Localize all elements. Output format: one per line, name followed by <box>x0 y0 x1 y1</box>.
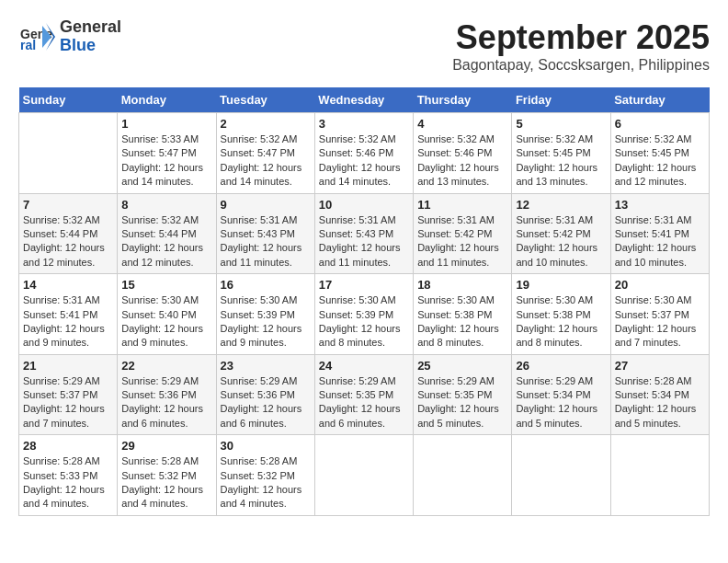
day-number: 16 <box>221 278 311 292</box>
calendar-header-row: SundayMondayTuesdayWednesdayThursdayFrid… <box>19 87 710 113</box>
day-number: 29 <box>121 439 211 453</box>
day-info: Sunrise: 5:29 AM Sunset: 5:35 PM Dayligh… <box>417 374 507 431</box>
day-info: Sunrise: 5:31 AM Sunset: 5:42 PM Dayligh… <box>417 213 507 270</box>
day-info: Sunrise: 5:29 AM Sunset: 5:34 PM Dayligh… <box>516 374 606 431</box>
calendar-cell: 14Sunrise: 5:31 AM Sunset: 5:41 PM Dayli… <box>19 274 118 355</box>
calendar-cell <box>414 435 512 516</box>
day-info: Sunrise: 5:32 AM Sunset: 5:44 PM Dayligh… <box>23 213 113 270</box>
calendar-week-2: 7Sunrise: 5:32 AM Sunset: 5:44 PM Daylig… <box>19 193 710 274</box>
calendar-cell: 7Sunrise: 5:32 AM Sunset: 5:44 PM Daylig… <box>19 193 118 274</box>
calendar-cell: 27Sunrise: 5:28 AM Sunset: 5:34 PM Dayli… <box>610 354 709 435</box>
day-number: 1 <box>121 117 211 131</box>
day-info: Sunrise: 5:31 AM Sunset: 5:42 PM Dayligh… <box>516 213 606 270</box>
day-info: Sunrise: 5:30 AM Sunset: 5:39 PM Dayligh… <box>221 293 311 350</box>
day-info: Sunrise: 5:29 AM Sunset: 5:37 PM Dayligh… <box>23 374 113 431</box>
day-number: 9 <box>221 198 311 212</box>
calendar-cell: 4Sunrise: 5:32 AM Sunset: 5:46 PM Daylig… <box>414 113 512 194</box>
calendar-week-4: 21Sunrise: 5:29 AM Sunset: 5:37 PM Dayli… <box>19 354 710 435</box>
calendar-week-5: 28Sunrise: 5:28 AM Sunset: 5:33 PM Dayli… <box>19 435 710 516</box>
page-title: September 2025 <box>452 18 710 57</box>
calendar-cell <box>19 113 118 194</box>
day-number: 14 <box>23 278 113 292</box>
day-number: 4 <box>417 117 507 131</box>
calendar-week-1: 1Sunrise: 5:33 AM Sunset: 5:47 PM Daylig… <box>19 113 710 194</box>
calendar-cell: 12Sunrise: 5:31 AM Sunset: 5:42 PM Dayli… <box>512 193 610 274</box>
day-number: 23 <box>221 359 311 373</box>
day-info: Sunrise: 5:33 AM Sunset: 5:47 PM Dayligh… <box>121 132 211 190</box>
day-number: 21 <box>23 359 113 373</box>
day-number: 11 <box>417 198 507 212</box>
calendar-table: SundayMondayTuesdayWednesdayThursdayFrid… <box>18 87 710 516</box>
calendar-cell: 25Sunrise: 5:29 AM Sunset: 5:35 PM Dayli… <box>414 354 512 435</box>
day-number: 12 <box>516 198 606 212</box>
day-info: Sunrise: 5:29 AM Sunset: 5:36 PM Dayligh… <box>221 374 311 431</box>
day-number: 24 <box>319 359 409 373</box>
calendar-cell <box>314 435 413 516</box>
column-header-saturday: Saturday <box>610 87 709 113</box>
day-number: 27 <box>615 359 705 373</box>
calendar-cell: 28Sunrise: 5:28 AM Sunset: 5:33 PM Dayli… <box>19 435 118 516</box>
day-number: 18 <box>417 278 507 292</box>
day-number: 10 <box>319 198 409 212</box>
day-info: Sunrise: 5:30 AM Sunset: 5:38 PM Dayligh… <box>417 293 507 350</box>
day-number: 15 <box>121 278 211 292</box>
column-header-tuesday: Tuesday <box>216 87 314 113</box>
calendar-cell: 1Sunrise: 5:33 AM Sunset: 5:47 PM Daylig… <box>118 113 216 194</box>
day-info: Sunrise: 5:32 AM Sunset: 5:45 PM Dayligh… <box>615 132 705 190</box>
day-number: 17 <box>319 278 409 292</box>
calendar-cell: 10Sunrise: 5:31 AM Sunset: 5:43 PM Dayli… <box>314 193 413 274</box>
calendar-cell <box>512 435 610 516</box>
day-info: Sunrise: 5:30 AM Sunset: 5:37 PM Dayligh… <box>615 293 705 350</box>
calendar-cell: 9Sunrise: 5:31 AM Sunset: 5:43 PM Daylig… <box>216 193 314 274</box>
calendar-cell: 30Sunrise: 5:28 AM Sunset: 5:32 PM Dayli… <box>216 435 314 516</box>
day-info: Sunrise: 5:32 AM Sunset: 5:46 PM Dayligh… <box>417 132 507 190</box>
page-subtitle: Bagontapay, Soccsksargen, Philippines <box>452 57 710 74</box>
day-number: 28 <box>23 439 113 453</box>
day-number: 19 <box>516 278 606 292</box>
calendar-cell <box>610 435 709 516</box>
day-info: Sunrise: 5:32 AM Sunset: 5:47 PM Dayligh… <box>221 132 311 190</box>
day-info: Sunrise: 5:29 AM Sunset: 5:36 PM Dayligh… <box>121 374 211 431</box>
day-number: 5 <box>516 117 606 131</box>
column-header-thursday: Thursday <box>414 87 512 113</box>
calendar-cell: 16Sunrise: 5:30 AM Sunset: 5:39 PM Dayli… <box>216 274 314 355</box>
day-number: 26 <box>516 359 606 373</box>
calendar-cell: 23Sunrise: 5:29 AM Sunset: 5:36 PM Dayli… <box>216 354 314 435</box>
day-info: Sunrise: 5:31 AM Sunset: 5:43 PM Dayligh… <box>221 213 311 270</box>
calendar-cell: 21Sunrise: 5:29 AM Sunset: 5:37 PM Dayli… <box>19 354 118 435</box>
day-info: Sunrise: 5:30 AM Sunset: 5:40 PM Dayligh… <box>121 293 211 350</box>
column-header-wednesday: Wednesday <box>314 87 413 113</box>
calendar-cell: 6Sunrise: 5:32 AM Sunset: 5:45 PM Daylig… <box>610 113 709 194</box>
calendar-week-3: 14Sunrise: 5:31 AM Sunset: 5:41 PM Dayli… <box>19 274 710 355</box>
day-info: Sunrise: 5:28 AM Sunset: 5:32 PM Dayligh… <box>221 454 311 511</box>
calendar-cell: 24Sunrise: 5:29 AM Sunset: 5:35 PM Dayli… <box>314 354 413 435</box>
day-info: Sunrise: 5:30 AM Sunset: 5:39 PM Dayligh… <box>319 293 409 350</box>
calendar-cell: 17Sunrise: 5:30 AM Sunset: 5:39 PM Dayli… <box>314 274 413 355</box>
day-info: Sunrise: 5:30 AM Sunset: 5:38 PM Dayligh… <box>516 293 606 350</box>
calendar-cell: 8Sunrise: 5:32 AM Sunset: 5:44 PM Daylig… <box>118 193 216 274</box>
calendar-cell: 5Sunrise: 5:32 AM Sunset: 5:45 PM Daylig… <box>512 113 610 194</box>
day-number: 6 <box>615 117 705 131</box>
day-number: 22 <box>121 359 211 373</box>
column-header-sunday: Sunday <box>19 87 118 113</box>
calendar-cell: 13Sunrise: 5:31 AM Sunset: 5:41 PM Dayli… <box>610 193 709 274</box>
column-header-monday: Monday <box>118 87 216 113</box>
day-info: Sunrise: 5:31 AM Sunset: 5:43 PM Dayligh… <box>319 213 409 270</box>
calendar-cell: 18Sunrise: 5:30 AM Sunset: 5:38 PM Dayli… <box>414 274 512 355</box>
day-number: 7 <box>23 198 113 212</box>
title-section: September 2025 Bagontapay, Soccsksargen,… <box>452 18 710 74</box>
day-number: 2 <box>221 117 311 131</box>
day-number: 30 <box>221 439 311 453</box>
calendar-cell: 26Sunrise: 5:29 AM Sunset: 5:34 PM Dayli… <box>512 354 610 435</box>
day-number: 25 <box>417 359 507 373</box>
calendar-cell: 3Sunrise: 5:32 AM Sunset: 5:46 PM Daylig… <box>314 113 413 194</box>
logo-icon: Gene ral <box>18 18 55 55</box>
day-info: Sunrise: 5:28 AM Sunset: 5:32 PM Dayligh… <box>121 454 211 511</box>
calendar-cell: 15Sunrise: 5:30 AM Sunset: 5:40 PM Dayli… <box>118 274 216 355</box>
svg-text:ral: ral <box>20 38 36 52</box>
day-info: Sunrise: 5:32 AM Sunset: 5:45 PM Dayligh… <box>516 132 606 190</box>
day-info: Sunrise: 5:28 AM Sunset: 5:33 PM Dayligh… <box>23 454 113 511</box>
column-header-friday: Friday <box>512 87 610 113</box>
calendar-cell: 20Sunrise: 5:30 AM Sunset: 5:37 PM Dayli… <box>610 274 709 355</box>
day-number: 8 <box>121 198 211 212</box>
